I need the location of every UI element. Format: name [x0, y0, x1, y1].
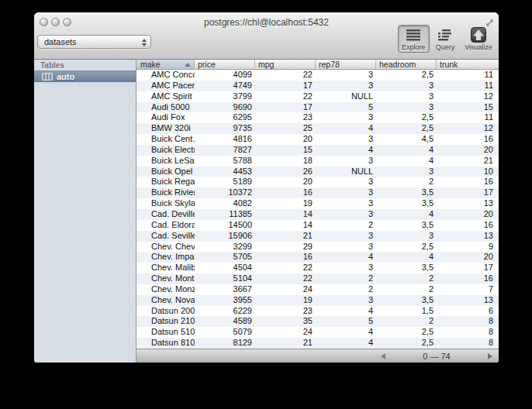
table-cell[interactable]: 4 — [316, 252, 376, 263]
table-cell[interactable]: 4082 — [195, 198, 255, 209]
table-cell[interactable]: 2 — [376, 273, 437, 284]
table-cell[interactable]: 4099 — [195, 70, 255, 81]
table-cell[interactable]: 4 — [376, 252, 437, 263]
table-cell[interactable]: Chev. Chev… — [136, 242, 195, 253]
table-cell[interactable]: Cad. Deville — [136, 209, 195, 220]
table-cell[interactable]: 16 — [255, 187, 316, 198]
table-cell[interactable]: Chev. Nova — [136, 295, 195, 306]
table-cell[interactable]: 17 — [255, 102, 316, 113]
table-cell[interactable]: 24 — [255, 284, 316, 295]
table-cell[interactable]: NULL — [316, 167, 376, 177]
table-cell[interactable]: Buick Riviera — [136, 187, 195, 198]
table-cell[interactable]: Buick Skylark — [136, 198, 195, 209]
table-cell[interactable]: 3 — [316, 242, 376, 253]
table-cell[interactable]: AMC Spirit — [136, 91, 195, 102]
table-row[interactable]: Buick LeSa…5788183421 — [136, 156, 499, 167]
table-cell[interactable]: 20 — [437, 252, 498, 263]
table-row[interactable]: BMW 320i97352542,512 — [136, 123, 499, 134]
table-cell[interactable]: 23 — [255, 306, 316, 317]
table-cell[interactable]: 4 — [376, 209, 437, 220]
table-row[interactable]: Buick Electra7827154420 — [136, 145, 499, 156]
table-cell[interactable]: 20 — [255, 177, 316, 187]
table-cell[interactable]: 20 — [437, 209, 498, 220]
table-cell[interactable]: 22 — [255, 263, 316, 273]
table-cell[interactable]: 24 — [255, 327, 316, 338]
table-cell[interactable]: 11 — [437, 112, 498, 123]
table-cell[interactable]: 3,5 — [376, 295, 437, 306]
table-cell[interactable]: 4 — [316, 306, 376, 317]
table-cell[interactable]: 4589 — [195, 316, 255, 327]
table-cell[interactable]: 3 — [316, 70, 376, 81]
table-cell[interactable]: Cad. Eldora… — [136, 220, 195, 231]
table-cell[interactable]: 17 — [437, 187, 498, 198]
table-cell[interactable]: 2 — [376, 316, 437, 327]
table-cell[interactable]: 4 — [316, 338, 376, 349]
table-cell[interactable]: 15906 — [195, 231, 255, 242]
table-cell[interactable]: 6229 — [195, 306, 255, 317]
table-cell[interactable]: 6295 — [195, 112, 255, 123]
table-row[interactable]: Chev. Impala5705164420 — [136, 252, 499, 263]
sidebar-item-auto[interactable]: auto — [34, 70, 136, 82]
table-cell[interactable]: 3 — [316, 209, 376, 220]
table-cell[interactable]: 3299 — [195, 242, 255, 253]
table-cell[interactable]: 3 — [376, 167, 437, 177]
table-cell[interactable]: 13 — [437, 231, 498, 242]
table-cell[interactable]: Buick Regal — [136, 177, 195, 187]
table-cell[interactable]: 3955 — [195, 295, 255, 306]
table-row[interactable]: Buick Skylark40821933,513 — [136, 198, 499, 209]
table-row[interactable]: AMC Concord40992232,511 — [136, 70, 499, 81]
explore-button[interactable]: Explore — [398, 25, 430, 53]
table-row[interactable]: Cad. Seville15906213313 — [136, 231, 499, 242]
table-cell[interactable]: 18 — [255, 156, 316, 167]
table-cell[interactable]: 9 — [437, 242, 498, 253]
table-cell[interactable]: 4453 — [195, 167, 255, 177]
table-cell[interactable]: 19 — [255, 198, 316, 209]
table-cell[interactable]: 2 — [316, 220, 376, 231]
table-cell[interactable]: 7 — [437, 284, 498, 295]
table-cell[interactable]: 10372 — [195, 187, 255, 198]
table-cell[interactable]: 3,5 — [376, 187, 437, 198]
table-cell[interactable]: 3 — [316, 134, 376, 145]
table-cell[interactable]: 5705 — [195, 252, 255, 263]
table-row[interactable]: Chev. Malibu45042233,517 — [136, 263, 499, 273]
table-cell[interactable]: Datsun 510 — [136, 327, 195, 338]
table-cell[interactable]: 3 — [316, 263, 376, 273]
table-cell[interactable]: 2,5 — [376, 327, 437, 338]
table-row[interactable]: Datsun 81081292142,58 — [136, 338, 499, 349]
table-cell[interactable]: 1,5 — [376, 306, 437, 317]
table-cell[interactable]: 8129 — [195, 338, 255, 349]
table-cell[interactable]: Chev. Monza — [136, 284, 195, 295]
table-cell[interactable]: 15 — [255, 145, 316, 156]
table-cell[interactable]: 3 — [376, 81, 437, 91]
column-header-price[interactable]: price — [195, 60, 255, 69]
table-row[interactable]: Datsun 210458935528 — [136, 316, 499, 327]
table-cell[interactable]: 3 — [376, 231, 437, 242]
next-page-button[interactable] — [488, 353, 492, 359]
table-cell[interactable]: 4504 — [195, 263, 255, 273]
table-cell[interactable]: Chev. Mont… — [136, 273, 195, 284]
table-cell[interactable]: 5 — [316, 102, 376, 113]
visualize-button[interactable]: Visualize — [461, 25, 496, 53]
dataset-dropdown[interactable]: datasets — [37, 35, 151, 49]
table-cell[interactable]: Chev. Impala — [136, 252, 195, 263]
table-cell[interactable]: AMC Concord — [136, 70, 195, 81]
table-cell[interactable]: 7827 — [195, 145, 255, 156]
table-cell[interactable]: 6 — [437, 306, 498, 317]
table-cell[interactable]: 16 — [437, 177, 498, 187]
table-cell[interactable]: 11 — [437, 81, 498, 91]
table-cell[interactable]: 16 — [255, 252, 316, 263]
table-row[interactable]: Buick Cent…48162034,516 — [136, 134, 499, 145]
table-cell[interactable]: 3,5 — [376, 220, 437, 231]
table-row[interactable]: Buick Opel445326NULL310 — [136, 167, 499, 177]
query-button[interactable]: Query — [432, 25, 459, 53]
table-cell[interactable]: 4816 — [195, 134, 255, 145]
column-header-make[interactable]: make — [136, 60, 195, 69]
table-cell[interactable]: 2,5 — [376, 242, 437, 253]
table-cell[interactable]: 16 — [437, 273, 498, 284]
table-cell[interactable]: 2 — [376, 284, 437, 295]
table-cell[interactable]: 4749 — [195, 81, 255, 91]
table-cell[interactable]: 14 — [255, 209, 316, 220]
table-cell[interactable]: Buick Opel — [136, 167, 195, 177]
table-cell[interactable]: 2 — [316, 284, 376, 295]
table-cell[interactable]: 13 — [437, 198, 498, 209]
